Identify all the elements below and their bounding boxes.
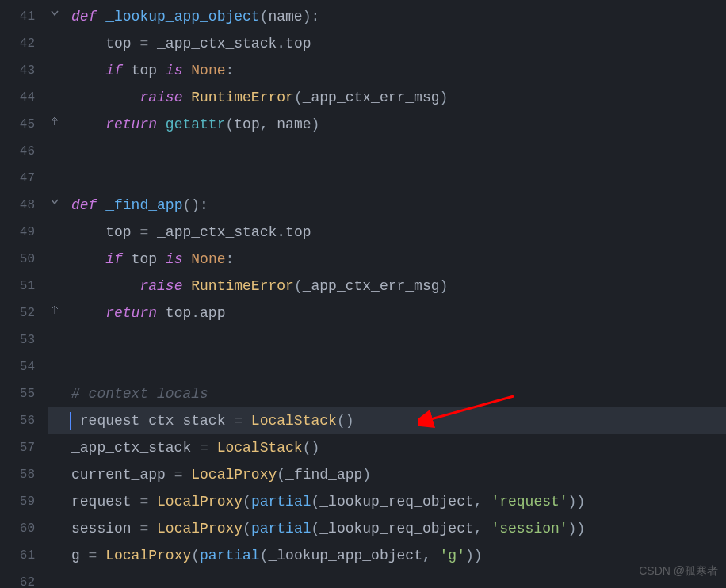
line-number: 42: [0, 30, 48, 57]
line-number: 62: [0, 569, 48, 588]
line-number: 60: [0, 515, 48, 542]
line-number: 61: [0, 542, 48, 569]
line-number: 57: [0, 434, 48, 461]
fold-close-icon[interactable]: [49, 116, 60, 127]
fold-open-icon[interactable]: [49, 197, 60, 208]
line-number: 56: [0, 407, 48, 434]
code-line[interactable]: raise RuntimeError(_app_ctx_err_msg): [71, 84, 726, 111]
code-line[interactable]: [71, 165, 726, 192]
line-number: 55: [0, 380, 48, 407]
code-editor[interactable]: 41 42 43 44 45 46 47 48 49 50 51 52 53 5…: [0, 0, 726, 588]
code-line[interactable]: [71, 326, 726, 353]
code-content[interactable]: def _lookup_app_object(name): top = _app…: [71, 0, 726, 588]
code-line[interactable]: g = LocalProxy(partial(_lookup_app_objec…: [71, 542, 726, 569]
code-line[interactable]: [71, 569, 726, 588]
text-cursor: [70, 412, 71, 430]
fold-close-icon[interactable]: [49, 304, 60, 315]
line-number: 44: [0, 84, 48, 111]
code-line[interactable]: session = LocalProxy(partial(_lookup_req…: [71, 515, 726, 542]
code-line[interactable]: request = LocalProxy(partial(_lookup_req…: [71, 488, 726, 515]
line-number: 46: [0, 138, 48, 165]
line-number: 54: [0, 353, 48, 380]
code-line-active[interactable]: _request_ctx_stack = LocalStack(): [71, 407, 726, 434]
line-number: 59: [0, 488, 48, 515]
code-line[interactable]: if top is None:: [71, 57, 726, 84]
line-number: 52: [0, 300, 48, 326]
code-line[interactable]: _app_ctx_stack = LocalStack(): [71, 434, 726, 461]
code-line[interactable]: return getattr(top, name): [71, 111, 726, 138]
code-line[interactable]: def _lookup_app_object(name):: [71, 3, 726, 30]
line-number: 50: [0, 246, 48, 273]
fold-open-icon[interactable]: [49, 8, 60, 19]
code-line[interactable]: [71, 138, 726, 165]
code-line[interactable]: return top.app: [71, 300, 726, 326]
line-number-gutter: 41 42 43 44 45 46 47 48 49 50 51 52 53 5…: [0, 0, 48, 588]
line-number: 41: [0, 3, 48, 30]
code-line[interactable]: top = _app_ctx_stack.top: [71, 30, 726, 57]
line-number: 53: [0, 326, 48, 353]
code-line[interactable]: def _find_app():: [71, 192, 726, 219]
line-number: 43: [0, 57, 48, 84]
line-number: 48: [0, 192, 48, 219]
code-line[interactable]: raise RuntimeError(_app_ctx_err_msg): [71, 273, 726, 300]
line-number: 49: [0, 219, 48, 246]
line-number: 47: [0, 165, 48, 192]
code-line[interactable]: if top is None:: [71, 246, 726, 273]
watermark-text: CSDN @孤寒者: [639, 560, 718, 582]
code-line[interactable]: [71, 353, 726, 380]
code-line[interactable]: top = _app_ctx_stack.top: [71, 219, 726, 246]
line-number: 45: [0, 111, 48, 138]
line-number: 51: [0, 273, 48, 300]
code-line[interactable]: # context locals: [71, 380, 726, 407]
code-line[interactable]: current_app = LocalProxy(_find_app): [71, 461, 726, 488]
fold-gutter: [48, 0, 71, 588]
line-number: 58: [0, 461, 48, 488]
